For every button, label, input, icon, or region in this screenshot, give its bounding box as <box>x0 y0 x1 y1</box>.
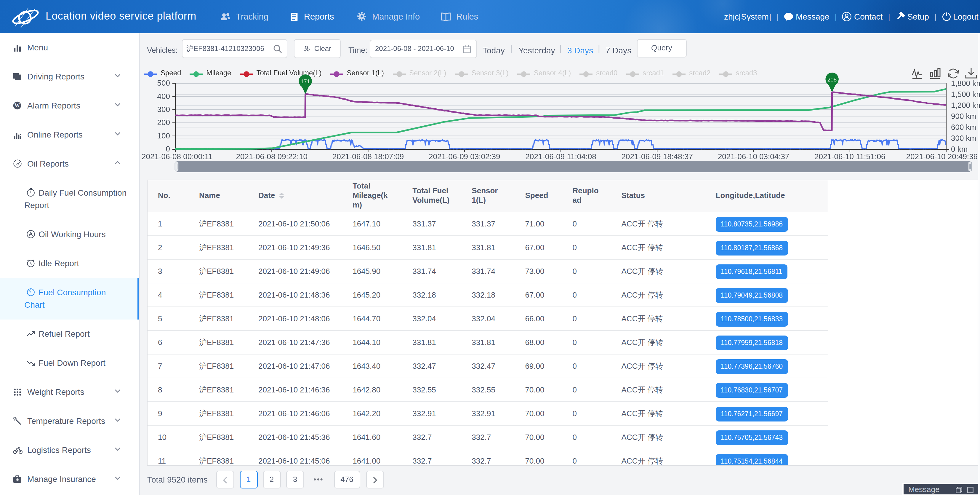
svg-text:400: 400 <box>157 92 170 101</box>
svg-text:2021-06-09 11:04:08: 2021-06-09 11:04:08 <box>525 152 597 161</box>
svg-text:2021-06-10 11:51:06: 2021-06-10 11:51:06 <box>815 152 886 161</box>
svg-text:208: 208 <box>827 77 837 83</box>
svg-text:2021-06-09 03:02:39: 2021-06-09 03:02:39 <box>429 152 500 161</box>
svg-text:2021-06-09 18:48:37: 2021-06-09 18:48:37 <box>621 152 693 161</box>
svg-text:1,800 km: 1,800 km <box>951 79 980 88</box>
svg-text:2021-06-08 09:22:10: 2021-06-08 09:22:10 <box>236 152 307 161</box>
svg-text:600 km: 600 km <box>951 123 976 132</box>
svg-text:1,500 km: 1,500 km <box>951 90 980 99</box>
svg-text:1,200 km: 1,200 km <box>951 101 980 110</box>
svg-text:500: 500 <box>157 78 170 88</box>
svg-text:2021-06-10 03:04:37: 2021-06-10 03:04:37 <box>718 152 789 161</box>
svg-text:900 km: 900 km <box>951 112 976 121</box>
svg-text:171: 171 <box>301 78 310 85</box>
svg-text:2021-06-08 00:00:11: 2021-06-08 00:00:11 <box>142 152 213 161</box>
svg-text:2021-06-10 20:49:36: 2021-06-10 20:49:36 <box>906 152 978 161</box>
svg-text:W: W <box>14 102 20 109</box>
svg-text:2021-06-08 18:07:09: 2021-06-08 18:07:09 <box>332 152 404 161</box>
svg-text:200: 200 <box>157 118 170 127</box>
svg-text:300 km: 300 km <box>951 134 976 142</box>
svg-text:300: 300 <box>157 105 170 114</box>
svg-text:100: 100 <box>157 131 170 140</box>
